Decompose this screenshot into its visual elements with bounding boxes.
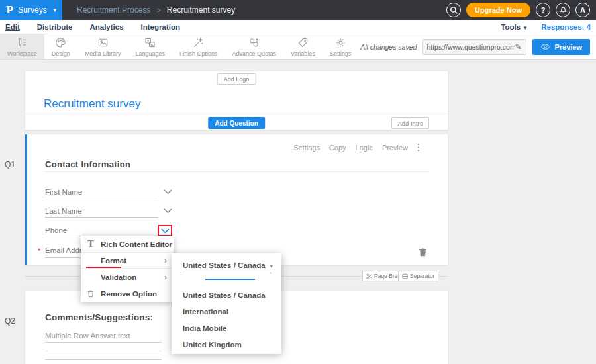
gear-icon <box>334 36 347 49</box>
edit-url-icon[interactable]: ✎ <box>515 42 521 52</box>
survey-nav: Edit Distribute Analytics Integration To… <box>0 20 596 34</box>
menu-item-rich-content-editor[interactable]: T Rich Content Editor <box>81 236 174 252</box>
breadcrumb-current: Recruitment survey <box>167 5 235 15</box>
save-status: All changes saved <box>360 43 417 51</box>
tools-menu[interactable]: Tools ▼ <box>501 23 528 31</box>
chevron-down-icon <box>161 228 170 234</box>
question-preview-link[interactable]: Preview <box>382 144 408 152</box>
menu-item-format[interactable]: Format › <box>81 252 174 269</box>
menu-item-remove-option[interactable]: Remove Option <box>81 285 174 302</box>
tab-analytics[interactable]: Analytics <box>89 23 123 31</box>
answer-underline <box>45 359 162 360</box>
field-first-name[interactable]: First Name <box>45 188 82 196</box>
survey-url-field[interactable]: https://www.questionpro.com/t/APNrFZ ✎ <box>422 39 526 55</box>
tab-integration[interactable]: Integration <box>141 23 180 31</box>
survey-url[interactable]: https://www.questionpro.com/t/APNrFZ <box>426 43 515 51</box>
workspace-icon <box>16 36 28 49</box>
trash-icon <box>81 290 101 298</box>
toolbar-media-library[interactable]: Media Library <box>77 34 128 59</box>
translate-icon <box>144 36 156 49</box>
question-1-title[interactable]: Contact Information <box>45 159 130 169</box>
toolbar-advance-quotas[interactable]: Advance Quotas <box>224 34 283 59</box>
palette-icon <box>54 36 67 49</box>
topbar-actions: Upgrade Now ? A <box>446 3 596 17</box>
option-united-kingdom[interactable]: United Kingdom <box>183 341 242 349</box>
divider <box>25 114 448 114</box>
toolbar-settings[interactable]: Settings <box>323 34 359 59</box>
option-india-mobile[interactable]: India Mobile <box>183 324 226 332</box>
field-options-toggle[interactable] <box>164 189 172 195</box>
menu-item-label: Validation <box>101 273 164 281</box>
add-question-button[interactable]: Add Question <box>208 117 265 129</box>
question-settings-link[interactable]: Settings <box>293 144 320 152</box>
option-us-canada[interactable]: United States / Canada <box>183 291 266 299</box>
answer-underline <box>45 342 162 343</box>
phone-options-toggle-highlighted[interactable] <box>158 225 172 236</box>
toolbar-label: Variables <box>291 50 315 57</box>
tag-icon <box>297 36 309 49</box>
multirow-answer-placeholder[interactable]: Multiple Row Answer text <box>45 332 130 340</box>
format-submenu-panel: United States / Canada ▾ United States /… <box>172 253 281 354</box>
upgrade-now-button[interactable]: Upgrade Now <box>466 3 530 17</box>
toolbar-design[interactable]: Design <box>44 34 77 59</box>
menu-item-validation[interactable]: Validation › <box>81 269 174 285</box>
separator-button[interactable]: Separator <box>398 271 438 281</box>
question-logic-link[interactable]: Logic <box>356 144 373 152</box>
survey-canvas: Add Logo Recruitment survey Add Question… <box>0 60 596 364</box>
field-options-menu: T Rich Content Editor Format › Validatio… <box>81 236 174 302</box>
select-caret-icon[interactable]: ▾ <box>270 263 273 269</box>
help-button[interactable]: ? <box>536 3 550 17</box>
links-icon <box>248 36 260 49</box>
tab-distribute[interactable]: Distribute <box>37 23 73 31</box>
format-select-value[interactable]: United States / Canada <box>183 261 266 269</box>
submenu-arrow-icon: › <box>164 273 167 282</box>
toolbar-label: Finish Options <box>179 50 218 57</box>
kebab-menu-icon[interactable]: ⋮ <box>414 142 423 152</box>
chevron-down-icon: ▼ <box>52 7 58 13</box>
toolbar-workspace[interactable]: Workspace <box>0 34 44 59</box>
chevron-down-icon <box>164 208 172 214</box>
required-asterisk: * <box>38 247 40 255</box>
tab-edit[interactable]: Edit <box>5 23 20 31</box>
delete-question-button[interactable] <box>419 247 427 257</box>
subnav-right: Tools ▼ Responses: 4 <box>501 23 596 31</box>
notifications-button[interactable] <box>556 3 570 17</box>
toolbar-languages[interactable]: Languages <box>128 34 172 59</box>
chevron-down-icon: ▼ <box>522 25 528 31</box>
option-international[interactable]: International <box>183 308 228 316</box>
field-phone[interactable]: Phone <box>45 226 67 234</box>
scissors-icon <box>366 273 372 279</box>
trash-icon <box>419 247 427 257</box>
image-icon <box>97 36 109 49</box>
toolbar-label: Workspace <box>7 50 37 57</box>
menu-item-label: Remove Option <box>101 290 174 298</box>
survey-title[interactable]: Recruitment survey <box>44 97 140 111</box>
add-logo-button[interactable]: Add Logo <box>217 73 256 85</box>
avatar[interactable]: A <box>575 3 590 17</box>
toolbar-right: All changes saved https://www.questionpr… <box>360 34 596 59</box>
select-underline <box>183 273 272 273</box>
field-underline <box>45 199 158 199</box>
surveys-menu[interactable]: P Surveys ▼ <box>0 0 62 20</box>
question-copy-link[interactable]: Copy <box>329 144 346 152</box>
toolbar-finish-options[interactable]: Finish Options <box>172 34 225 59</box>
top-navbar: P Surveys ▼ Recruitment Process > Recrui… <box>0 0 596 20</box>
responses-link[interactable]: Responses: 4 <box>541 23 591 31</box>
workspace-toolbar: Workspace Design Media Library Languages… <box>0 34 596 60</box>
questionpro-logo-icon: P <box>6 4 13 16</box>
breadcrumb-parent[interactable]: Recruitment Process <box>77 5 150 15</box>
search-button[interactable] <box>446 3 461 17</box>
toolbar-variables[interactable]: Variables <box>283 34 323 59</box>
question-2-title[interactable]: Comments/Suggestions: <box>45 312 153 322</box>
toolbar-label: Languages <box>135 50 165 57</box>
survey-header-card: Add Logo Recruitment survey Add Question… <box>25 71 448 130</box>
preview-button[interactable]: Preview <box>532 39 590 55</box>
wand-icon <box>192 36 205 49</box>
field-options-toggle[interactable] <box>164 208 172 214</box>
field-last-name[interactable]: Last Name <box>45 207 82 215</box>
add-intro-button[interactable]: Add Intro <box>391 117 429 129</box>
product-name: Surveys <box>18 5 46 15</box>
text-format-icon: T <box>81 240 101 249</box>
answer-underline <box>45 351 162 351</box>
toolbar-label: Design <box>52 50 70 57</box>
